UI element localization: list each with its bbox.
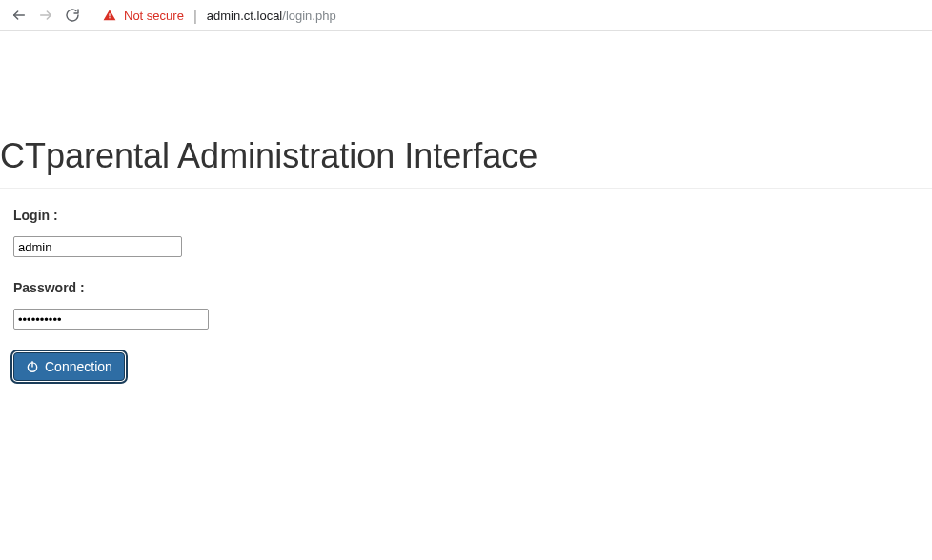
back-button[interactable] (10, 6, 29, 25)
login-label: Login : (13, 208, 919, 223)
address-bar[interactable]: Not secure | admin.ct.local/login.php (93, 3, 922, 28)
reload-icon (65, 8, 80, 23)
password-label: Password : (13, 280, 919, 295)
url-path: /login.php (282, 9, 335, 23)
arrow-right-icon (38, 8, 53, 23)
not-secure-label: Not secure (124, 9, 184, 23)
url-text: admin.ct.local/login.php (207, 9, 336, 23)
login-input[interactable] (13, 236, 182, 257)
browser-toolbar: Not secure | admin.ct.local/login.php (0, 0, 932, 31)
reload-button[interactable] (63, 6, 82, 25)
address-divider: | (193, 8, 197, 24)
page-content: CTparental Administration Interface Logi… (0, 31, 932, 381)
power-icon (26, 360, 39, 373)
connection-button-label: Connection (45, 359, 112, 374)
url-host: admin.ct.local (207, 9, 282, 23)
login-form: Login : Password : Connection (0, 208, 932, 381)
arrow-left-icon (11, 8, 27, 23)
forward-button[interactable] (36, 6, 55, 25)
connection-button[interactable]: Connection (13, 352, 125, 381)
page-title: CTparental Administration Interface (0, 31, 932, 189)
password-input[interactable] (13, 309, 209, 330)
warning-icon (103, 9, 116, 22)
